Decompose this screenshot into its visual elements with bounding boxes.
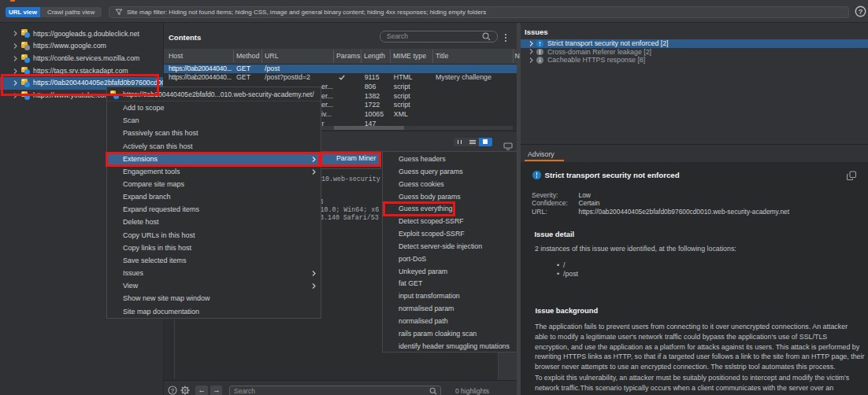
svg-text:?: ? — [171, 387, 175, 394]
svg-text:?: ? — [859, 8, 863, 16]
